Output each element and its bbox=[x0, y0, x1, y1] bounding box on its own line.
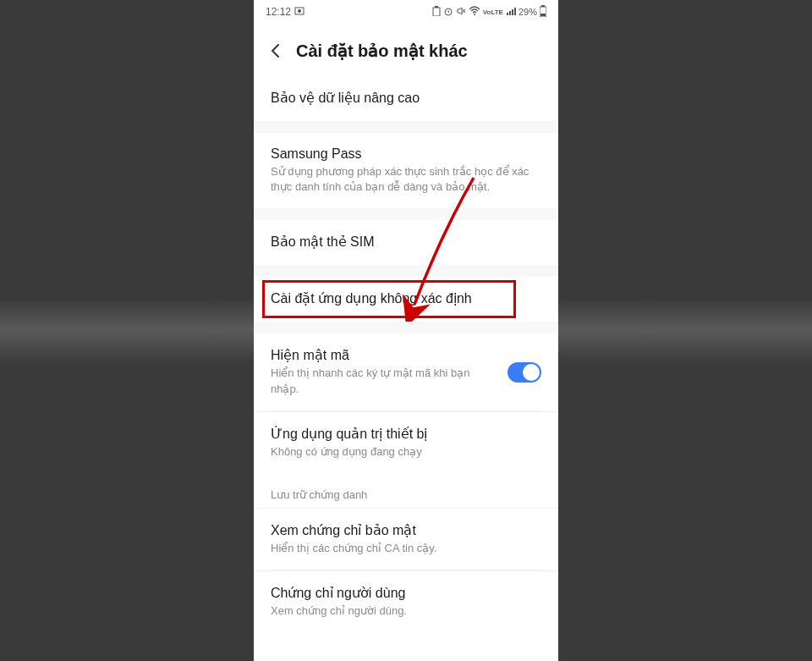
battery-pct: 29% bbox=[518, 7, 537, 17]
svg-rect-3 bbox=[435, 6, 438, 8]
phone-screen: 12:12 VoLTE 29% Cài đặt bảo mật khác Bảo… bbox=[254, 0, 558, 661]
svg-rect-2 bbox=[433, 8, 440, 16]
svg-point-1 bbox=[298, 9, 301, 13]
user-cert-item[interactable]: Chứng chỉ người dùng Xem chứng chỉ người… bbox=[254, 570, 558, 632]
svg-rect-12 bbox=[540, 14, 546, 16]
svg-point-5 bbox=[474, 14, 475, 15]
item-subtitle: Không có ứng dụng đang chạy bbox=[271, 444, 541, 460]
status-bar: 12:12 VoLTE 29% bbox=[254, 0, 558, 24]
mute-icon bbox=[456, 6, 466, 18]
item-title: Cài đặt ứng dụng không xác định bbox=[271, 290, 541, 306]
wifi-icon bbox=[469, 6, 480, 18]
item-subtitle: Xem chứng chỉ người dùng. bbox=[271, 603, 541, 619]
device-admin-item[interactable]: Ứng dụng quản trị thiết bị Không có ứng … bbox=[254, 411, 558, 473]
back-button[interactable] bbox=[267, 42, 284, 59]
show-password-item[interactable]: Hiện mật mã Hiển thị nhanh các ký tự mật… bbox=[254, 333, 558, 410]
item-title: Bảo vệ dữ liệu nâng cao bbox=[271, 90, 541, 106]
samsung-pass-item[interactable]: Samsung Pass Sử dụng phương pháp xác thự… bbox=[254, 133, 558, 208]
unknown-apps-item[interactable]: Cài đặt ứng dụng không xác định bbox=[254, 277, 558, 322]
item-title: Chứng chỉ người dùng bbox=[271, 585, 541, 601]
status-time: 12:12 bbox=[266, 6, 291, 18]
svg-rect-6 bbox=[507, 13, 508, 15]
item-title: Samsung Pass bbox=[271, 146, 541, 162]
page-title: Cài đặt bảo mật khác bbox=[296, 41, 468, 61]
item-title: Hiện mật mã bbox=[271, 347, 499, 363]
view-cert-item[interactable]: Xem chứng chỉ bảo mật Hiển thị các chứng… bbox=[254, 508, 558, 570]
credential-section-header: Lưu trữ chứng danh bbox=[254, 473, 558, 508]
item-title: Bảo mật thẻ SIM bbox=[271, 234, 541, 250]
signal-icon bbox=[506, 6, 516, 18]
item-subtitle: Sử dụng phương pháp xác thực sinh trắc h… bbox=[271, 164, 541, 195]
volte-icon: VoLTE bbox=[483, 8, 503, 16]
screenshot-icon bbox=[294, 6, 304, 19]
item-subtitle: Hiển thị nhanh các ký tự mật mã khi bạn … bbox=[271, 366, 499, 396]
settings-list: Bảo vệ dữ liệu nâng cao Samsung Pass Sử … bbox=[254, 76, 558, 632]
battery-icon bbox=[432, 6, 441, 18]
page-header: Cài đặt bảo mật khác bbox=[254, 24, 558, 76]
item-subtitle: Hiển thị các chứng chỉ CA tin cậy. bbox=[271, 541, 541, 556]
show-password-toggle[interactable] bbox=[508, 362, 541, 383]
svg-rect-11 bbox=[541, 5, 545, 7]
item-title: Ứng dụng quản trị thiết bị bbox=[271, 426, 541, 442]
svg-rect-9 bbox=[514, 8, 516, 15]
sim-security-item[interactable]: Bảo mật thẻ SIM bbox=[254, 220, 558, 265]
battery-level-icon bbox=[540, 5, 546, 19]
svg-rect-7 bbox=[509, 11, 511, 15]
svg-rect-8 bbox=[512, 9, 513, 15]
alarm-icon bbox=[443, 6, 453, 18]
item-title: Xem chứng chỉ bảo mật bbox=[271, 522, 541, 538]
advanced-protection-item[interactable]: Bảo vệ dữ liệu nâng cao bbox=[254, 76, 558, 121]
